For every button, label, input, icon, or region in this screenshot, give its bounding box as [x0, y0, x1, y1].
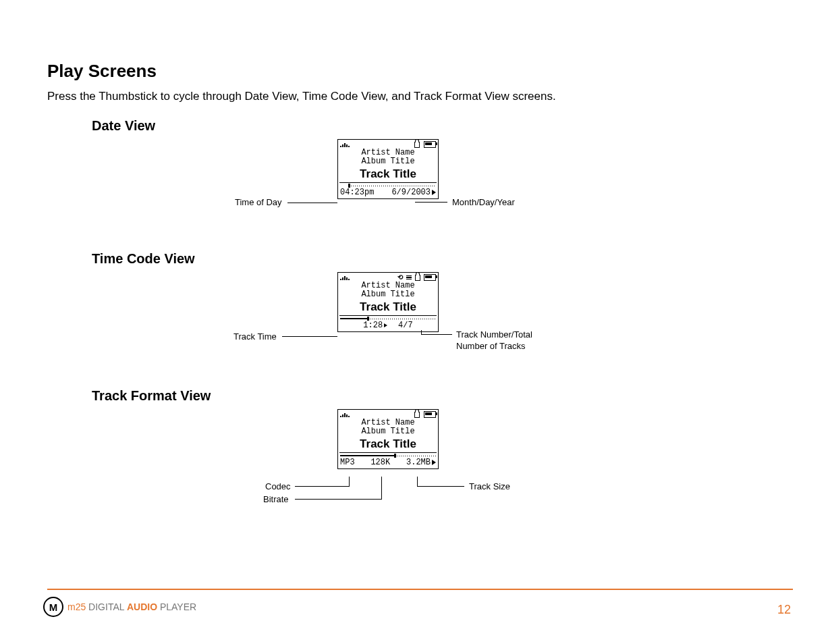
track-title: Track Title — [339, 300, 437, 316]
footer-text-bold: AUDIO — [127, 601, 157, 612]
lcd-date-view: Artist Name Album Title Track Title 04:2… — [337, 139, 439, 199]
signal-icon — [340, 412, 350, 417]
track-count: 4/7 — [398, 321, 413, 330]
heading-track-format-view: Track Format View — [92, 388, 781, 404]
lcd-track-format-view: Artist Name Album Title Track Title MP3 … — [337, 409, 439, 469]
album-title: Album Title — [338, 157, 438, 166]
time-of-day: 04:23pm — [340, 188, 374, 197]
footer-text-1: DIGITAL — [86, 601, 127, 612]
heading-date-view: Date View — [92, 118, 781, 134]
codec: MP3 — [340, 458, 355, 467]
progress-bar — [340, 317, 436, 320]
progress-bar — [340, 184, 436, 187]
signal-icon — [340, 142, 350, 147]
motorola-logo-icon: M — [43, 597, 63, 617]
track-title: Track Title — [339, 437, 437, 453]
play-icon — [432, 460, 436, 465]
lcd-time-code-view: ⟲ Artist Name Album Title Track Title 1:… — [337, 272, 439, 332]
progress-bar — [340, 454, 436, 457]
footer-text-2: PLAYER — [157, 601, 196, 612]
label-track-time: Track Time — [233, 331, 277, 342]
play-icon — [384, 323, 387, 327]
label-number-of-tracks: Number of Tracks — [456, 341, 526, 351]
label-month-day-year: Month/Day/Year — [452, 197, 515, 207]
footer: M m25 DIGITAL AUDIO PLAYER — [43, 597, 196, 617]
signal-icon — [340, 275, 350, 280]
list-icon — [406, 275, 412, 280]
label-track-number-total: Track Number/Total — [456, 329, 532, 340]
footer-rule — [47, 589, 793, 590]
label-time-of-day: Time of Day — [235, 197, 282, 207]
heading-time-code-view: Time Code View — [92, 251, 781, 267]
label-track-size: Track Size — [469, 481, 510, 491]
label-codec: Codec — [265, 481, 291, 491]
album-title: Album Title — [338, 427, 438, 436]
lock-icon — [414, 142, 420, 148]
heading-play-screens: Play Screens — [47, 61, 781, 82]
page-number: 12 — [777, 603, 791, 617]
battery-icon — [424, 274, 436, 281]
lock-icon — [414, 412, 420, 418]
play-icon — [432, 190, 436, 195]
track-title: Track Title — [339, 167, 437, 183]
date: 6/9/2003 — [391, 188, 431, 197]
intro-text: Press the Thumbstick to cycle through Da… — [47, 90, 781, 103]
lock-icon — [415, 275, 420, 281]
track-time: 1:28 — [363, 321, 383, 330]
battery-icon — [424, 141, 436, 148]
label-bitrate: Bitrate — [263, 494, 289, 504]
track-size: 3.2MB — [406, 458, 431, 467]
bitrate: 128K — [370, 458, 390, 467]
battery-icon — [424, 411, 436, 418]
album-title: Album Title — [338, 290, 438, 299]
footer-model: m25 — [67, 601, 86, 612]
